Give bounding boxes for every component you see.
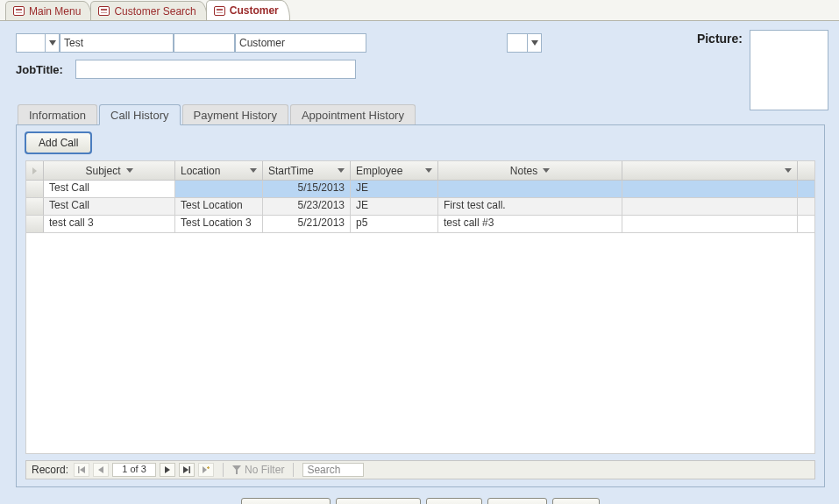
nav-new-button[interactable] <box>198 463 214 477</box>
chevron-down-icon[interactable] <box>785 168 792 173</box>
no-filter-label: No Filter <box>245 464 284 476</box>
table-row[interactable]: Test Call 5/15/2013 JE <box>26 181 814 198</box>
col-label: Subject <box>85 165 120 177</box>
cell-extra[interactable] <box>798 198 815 215</box>
chevron-down-icon[interactable] <box>543 168 550 173</box>
nav-next-button[interactable] <box>160 463 175 477</box>
tab-payment-history[interactable]: Payment History <box>182 104 288 125</box>
cell-employee[interactable]: p5 <box>351 216 438 232</box>
col-extra-2[interactable] <box>798 161 815 180</box>
record-position-field[interactable]: 1 of 3 <box>112 463 156 477</box>
row-selector[interactable] <box>26 216 44 232</box>
col-notes[interactable]: Notes <box>438 161 622 180</box>
cell-starttime[interactable]: 5/23/2013 <box>263 198 351 215</box>
middle-name-field[interactable] <box>174 33 235 53</box>
cell-notes[interactable] <box>438 181 622 197</box>
separator <box>293 463 294 477</box>
col-subject[interactable]: Subject <box>44 161 175 180</box>
table-row[interactable]: Test Call Test Location 5/23/2013 JE Fir… <box>26 198 814 216</box>
tab-main-menu[interactable]: Main Menu <box>5 1 92 20</box>
cell-subject[interactable]: test call 3 <box>44 216 175 232</box>
chevron-down-icon[interactable] <box>45 34 59 52</box>
chevron-down-icon[interactable] <box>425 168 432 173</box>
svg-marker-1 <box>531 40 538 46</box>
job-title-field[interactable] <box>75 60 356 79</box>
print-button[interactable]: Print <box>552 498 601 504</box>
col-location[interactable]: Location <box>175 161 263 180</box>
cell-starttime[interactable]: 5/15/2013 <box>263 181 351 197</box>
form-icon <box>98 6 110 16</box>
cell-starttime[interactable]: 5/21/2013 <box>263 216 351 232</box>
first-name-field[interactable]: Test <box>60 33 174 53</box>
svg-marker-5 <box>165 466 170 473</box>
job-title-label: JobTitle: <box>16 63 68 76</box>
col-starttime[interactable]: StartTime <box>263 161 351 180</box>
cell-location[interactable]: Test Location <box>175 198 263 215</box>
svg-marker-0 <box>49 40 56 46</box>
tab-information[interactable]: Information <box>18 104 97 125</box>
chevron-down-icon[interactable] <box>250 168 257 173</box>
cell-notes[interactable]: test call #3 <box>438 216 622 232</box>
document-tabstrip: Main Menu Customer Search Customer <box>0 0 839 21</box>
nav-prev-button[interactable] <box>93 463 109 477</box>
cell-subject[interactable]: Test Call <box>44 181 175 197</box>
tab-label: Customer Search <box>114 5 196 18</box>
cell-employee[interactable]: JE <box>351 198 438 215</box>
select-all-corner[interactable] <box>26 161 44 180</box>
svg-marker-8 <box>203 466 207 473</box>
customer-form: Test Customer JobTitle: Picture: Informa… <box>0 21 839 504</box>
no-filter-indicator[interactable]: No Filter <box>232 464 284 476</box>
row-selector[interactable] <box>26 181 44 197</box>
col-label: StartTime <box>268 165 314 177</box>
svg-rect-3 <box>78 466 80 473</box>
cell-extra[interactable] <box>622 198 798 215</box>
cell-location[interactable] <box>175 181 263 197</box>
save-close-button[interactable]: Save & Close <box>241 498 331 504</box>
record-navigator: Record: 1 of 3 <box>25 460 815 479</box>
tab-customer-search[interactable]: Customer Search <box>90 1 207 20</box>
svg-rect-10 <box>208 466 209 469</box>
tab-customer[interactable]: Customer <box>206 0 290 20</box>
datasheet-header: Subject Location StartTime Employee <box>26 161 814 181</box>
last-name-field[interactable]: Customer <box>235 33 366 53</box>
cell-location[interactable]: Test Location 3 <box>175 216 263 232</box>
form-icon <box>13 6 25 16</box>
picture-label: Picture: <box>697 30 743 46</box>
search-placeholder: Search <box>307 464 340 476</box>
picture-section: Picture: <box>697 30 828 110</box>
suffix-combo[interactable] <box>507 33 542 53</box>
col-label: Employee <box>356 165 402 177</box>
tab-label: Customer <box>230 4 279 17</box>
col-label: Location <box>181 165 220 177</box>
chevron-down-icon[interactable] <box>126 168 133 173</box>
cell-extra[interactable] <box>622 216 798 232</box>
col-extra-1[interactable] <box>622 161 798 180</box>
svg-rect-7 <box>189 466 191 473</box>
cell-notes[interactable]: First test call. <box>438 198 622 215</box>
add-call-button[interactable]: Add Call <box>25 132 91 153</box>
nav-first-button[interactable] <box>74 463 89 477</box>
tab-appointment-history[interactable]: Appointment History <box>290 104 416 125</box>
delete-button[interactable]: Delete <box>426 498 483 504</box>
cell-extra[interactable] <box>798 181 815 197</box>
col-employee[interactable]: Employee <box>351 161 438 180</box>
col-label: Notes <box>510 165 537 177</box>
svg-marker-2 <box>80 466 85 473</box>
chevron-down-icon[interactable] <box>527 34 541 52</box>
nav-last-button[interactable] <box>179 463 195 477</box>
table-row[interactable]: test call 3 Test Location 3 5/21/2013 p5… <box>26 216 814 233</box>
save-new-button[interactable]: Save & New <box>336 498 420 504</box>
cell-extra[interactable] <box>798 216 815 232</box>
prefix-combo[interactable] <box>16 33 60 53</box>
picture-box[interactable] <box>750 30 828 110</box>
funnel-icon <box>232 465 241 474</box>
cell-employee[interactable]: JE <box>351 181 438 197</box>
search-input[interactable]: Search <box>302 463 364 477</box>
cell-extra[interactable] <box>622 181 798 197</box>
row-selector[interactable] <box>26 198 44 215</box>
tab-call-history[interactable]: Call History <box>99 104 180 125</box>
cell-subject[interactable]: Test Call <box>44 198 175 215</box>
svg-marker-4 <box>98 466 103 473</box>
chevron-down-icon[interactable] <box>338 168 345 173</box>
cancel-button[interactable]: Cancel <box>487 498 546 504</box>
